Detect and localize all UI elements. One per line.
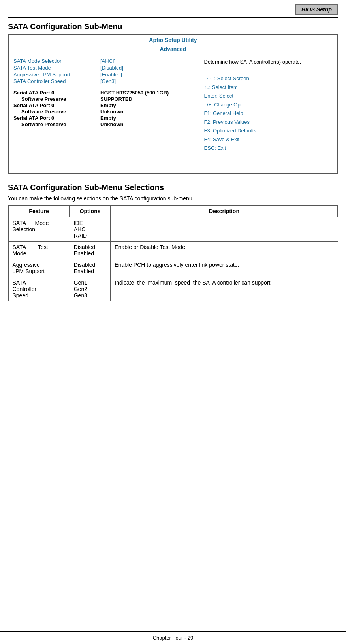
- bios-serial-preserve2-label: Software Preserve: [13, 109, 100, 115]
- bios-item-sata-test-value: [Disabled]: [100, 65, 123, 71]
- row-options-aggressive-lpm: DisabledEnabled: [70, 259, 111, 277]
- bios-item-sata-mode-label: SATA Mode Selection: [13, 58, 100, 64]
- section2-subtitle: You can make the following selections on…: [8, 195, 338, 202]
- bios-key-change-opt: –/+: Change Opt.: [204, 100, 333, 109]
- bios-serial-port0-row3: Serial ATA Port 0 Empty: [13, 115, 194, 121]
- bios-right-divider: [204, 71, 333, 71]
- table-row-aggressive-lpm: AggressiveLPM Support DisabledEnabled En…: [8, 259, 338, 277]
- bios-serial-preserve1: Software Preserve SUPPORTED: [13, 96, 194, 102]
- bios-serial-preserve1-value: SUPPORTED: [100, 96, 132, 102]
- bios-item-sata-test-label: SATA Test Mode: [13, 65, 100, 71]
- bios-serial-preserve2: Software Preserve Unknown: [13, 109, 194, 115]
- row-feature-sata-speed: SATAControllerSpeed: [8, 277, 70, 301]
- bios-serial-list: Serial ATA Port 0 HGST HTS725050 (500.1G…: [13, 90, 194, 127]
- bios-item-sata-mode-value: [AHCI]: [100, 58, 115, 64]
- bios-key-enter: Enter: Select: [204, 92, 333, 100]
- bios-serial-port0-label3: Serial ATA Port 0: [13, 115, 100, 121]
- table-row-sata-speed: SATAControllerSpeed Gen1Gen2Gen3 Indicat…: [8, 277, 338, 301]
- col-header-feature: Feature: [8, 205, 70, 217]
- bios-serial-preserve3-label: Software Preserve: [13, 121, 100, 127]
- selections-table: Feature Options Description SATA ModeSel…: [8, 205, 338, 301]
- bios-description: Determine how SATA controller(s) operate…: [204, 58, 333, 66]
- row-desc-sata-mode: [111, 217, 338, 242]
- bios-key-f3: F3: Optimized Defaults: [204, 127, 333, 135]
- top-line: [8, 17, 338, 18]
- col-header-description: Description: [111, 205, 338, 217]
- row-desc-aggressive-lpm: Enable PCH to aggressively enter link po…: [111, 259, 338, 277]
- bios-serial-port0-label2: Serial ATA Port 0: [13, 102, 100, 108]
- bios-serial-port0-row2: Serial ATA Port 0 Empty: [13, 102, 194, 108]
- bios-settings-list: SATA Mode Selection [AHCI] SATA Test Mod…: [13, 58, 194, 84]
- bios-serial-port0-label1: Serial ATA Port 0: [13, 90, 100, 96]
- row-desc-sata-test: Enable or Disable Test Mode: [111, 242, 338, 259]
- bios-serial-port0-value2: Empty: [100, 102, 116, 108]
- bios-badge-container: BIOS Setup: [8, 4, 338, 15]
- bios-nav-label: Advanced: [9, 45, 337, 54]
- bios-badge: BIOS Setup: [295, 4, 338, 15]
- bios-key-select-screen: →←: Select Screen: [204, 74, 333, 83]
- bios-panel: Aptio Setup Utility Advanced SATA Mode S…: [8, 34, 338, 174]
- page-footer: Chapter Four - 29: [0, 631, 346, 644]
- bios-serial-preserve3: Software Preserve Unknown: [13, 121, 194, 127]
- bios-item-sata-mode[interactable]: SATA Mode Selection [AHCI]: [13, 58, 194, 64]
- bios-item-sata-speed[interactable]: SATA Controller Speed [Gen3]: [13, 78, 194, 84]
- section2-title: SATA Configuration Sub-Menu Selections: [8, 183, 338, 192]
- row-feature-aggressive-lpm: AggressiveLPM Support: [8, 259, 70, 277]
- bios-item-sata-test[interactable]: SATA Test Mode [Disabled]: [13, 65, 194, 71]
- bios-left-column: SATA Mode Selection [AHCI] SATA Test Mod…: [9, 54, 199, 173]
- bios-item-aggressive-lpm-label: Aggressive LPM Support: [13, 72, 100, 77]
- bios-serial-preserve2-value: Unknown: [100, 109, 124, 115]
- bios-key-f1: F1: General Help: [204, 109, 333, 118]
- row-options-sata-test: DisabledEnabled: [70, 242, 111, 259]
- bios-item-sata-speed-label: SATA Controller Speed: [13, 78, 100, 84]
- bios-key-select-item: ↑↓: Select Item: [204, 83, 333, 92]
- col-header-options: Options: [70, 205, 111, 217]
- bios-item-aggressive-lpm[interactable]: Aggressive LPM Support [Enabled]: [13, 72, 194, 77]
- bios-serial-port0-value1: HGST HTS725050 (500.1GB): [100, 90, 169, 96]
- table-row-sata-mode: SATA ModeSelection IDEAHCIRAID: [8, 217, 338, 242]
- bios-key-f4: F4: Save & Exit: [204, 135, 333, 144]
- bios-key-list: →←: Select Screen ↑↓: Select Item Enter:…: [204, 74, 333, 153]
- row-feature-sata-mode: SATA ModeSelection: [8, 217, 70, 242]
- bios-item-sata-speed-value: [Gen3]: [100, 78, 116, 84]
- bios-utility-title: Aptio Setup Utility: [9, 35, 337, 45]
- row-options-sata-speed: Gen1Gen2Gen3: [70, 277, 111, 301]
- row-feature-sata-test: SATA TestMode: [8, 242, 70, 259]
- bios-serial-preserve3-value: Unknown: [100, 121, 124, 127]
- table-row-sata-test: SATA TestMode DisabledEnabled Enable or …: [8, 242, 338, 259]
- bios-item-aggressive-lpm-value: [Enabled]: [100, 72, 122, 77]
- section1-title: SATA Configuration Sub-Menu: [8, 22, 338, 31]
- bios-panel-body: SATA Mode Selection [AHCI] SATA Test Mod…: [9, 54, 337, 173]
- bios-serial-preserve1-label: Software Preserve: [13, 96, 100, 102]
- bios-serial-port0-row1: Serial ATA Port 0 HGST HTS725050 (500.1G…: [13, 90, 194, 96]
- bios-serial-port0-value3: Empty: [100, 115, 116, 121]
- bios-key-f2: F2: Previous Values: [204, 118, 333, 127]
- bios-key-esc: ESC: Exit: [204, 144, 333, 153]
- bios-right-column: Determine how SATA controller(s) operate…: [199, 54, 337, 173]
- row-options-sata-mode: IDEAHCIRAID: [70, 217, 111, 242]
- row-desc-sata-speed: Indicate the maximum speed the SATA cont…: [111, 277, 338, 301]
- footer-text: Chapter Four - 29: [153, 635, 194, 641]
